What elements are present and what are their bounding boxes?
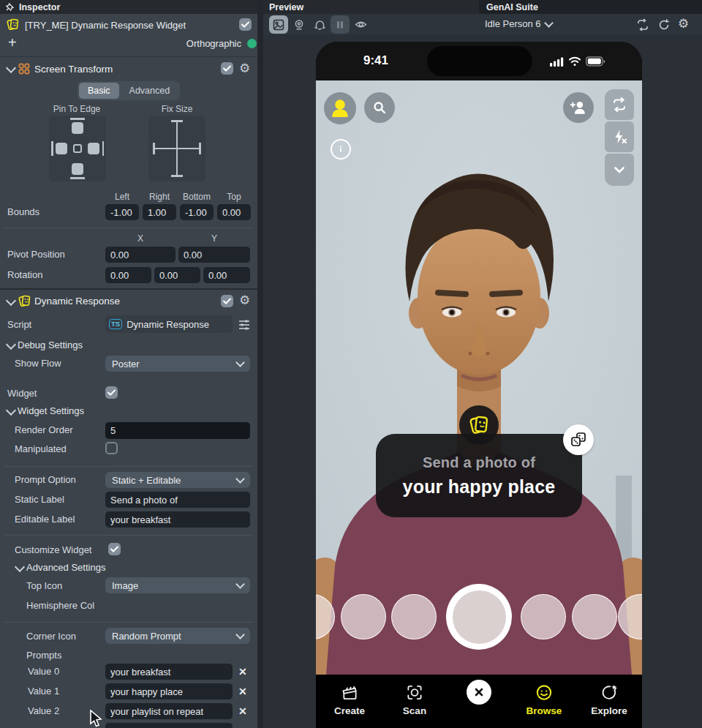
prompt-value-2-remove-icon[interactable]: ✕: [238, 706, 247, 716]
prompt-value-1-remove-icon[interactable]: ✕: [238, 686, 247, 697]
static-label-label: Static Label: [15, 494, 64, 505]
widget-settings-label: Widget Settings: [18, 405, 84, 416]
tab-genai-suite[interactable]: GenAI Suite: [479, 0, 702, 14]
dynamic-response-collapse-chevron[interactable]: [6, 296, 16, 306]
bounds-left-input[interactable]: [105, 204, 139, 220]
search-button[interactable]: [364, 92, 395, 123]
pause-button[interactable]: [331, 15, 350, 34]
script-reference-field[interactable]: TS Dynamic Response: [105, 315, 233, 333]
prompt-editable-text[interactable]: your happy place: [403, 476, 556, 498]
lens-item[interactable]: [572, 594, 617, 639]
manipulated-checkbox[interactable]: [105, 442, 118, 454]
chevron-down-icon: [611, 162, 627, 178]
rotation-label: Rotation: [7, 269, 42, 280]
dynamic-response-icon: [18, 294, 31, 308]
nav-explore[interactable]: Explore: [584, 683, 635, 716]
debug-settings-collapse-chevron[interactable]: [6, 339, 16, 350]
dynamic-response-enabled-checkbox[interactable]: [221, 295, 233, 307]
prompt-value-1-input[interactable]: [105, 683, 233, 699]
object-enabled-checkbox[interactable]: [239, 18, 252, 31]
add-component-button[interactable]: +: [8, 34, 17, 51]
visibility-button[interactable]: [351, 15, 370, 34]
preview-toolbar: Idle Person 6 ⚙: [263, 14, 702, 35]
tab-advanced[interactable]: Advanced: [121, 83, 179, 99]
render-order-input[interactable]: [105, 422, 250, 439]
widget-settings-collapse-chevron[interactable]: [6, 405, 16, 416]
show-flow-label: Show Flow: [15, 358, 61, 369]
bounds-top-input[interactable]: [217, 204, 251, 220]
advanced-settings-collapse-chevron[interactable]: [15, 562, 25, 572]
pivot-y-input[interactable]: [178, 247, 250, 263]
nav-browse[interactable]: Browse: [518, 683, 570, 716]
render-order-label: Render Order: [15, 424, 72, 435]
pin-to-edge-control[interactable]: [49, 116, 106, 181]
pivot-x-input[interactable]: [105, 247, 176, 263]
browse-smiley-icon: [535, 683, 554, 702]
flip-camera-button[interactable]: [605, 89, 634, 120]
rotation-x-input[interactable]: [105, 267, 151, 283]
lens-item[interactable]: [521, 594, 566, 639]
divider: [4, 622, 253, 623]
signal-icon: [550, 57, 565, 67]
bitmoji-avatar-icon: [329, 97, 351, 119]
top-icon-select[interactable]: Image: [105, 577, 250, 593]
prompt-widget-bubble[interactable]: Send a photo of your happy place: [376, 434, 582, 517]
show-flow-select[interactable]: Poster: [105, 356, 250, 372]
swap-device-icon[interactable]: [636, 18, 649, 31]
explore-icon: [600, 683, 619, 702]
script-properties-icon[interactable]: [238, 319, 250, 331]
add-friend-button[interactable]: [563, 92, 594, 123]
pause-icon: [335, 20, 345, 30]
screen-transform-enabled-checkbox[interactable]: [221, 62, 233, 75]
preview-settings-gear-icon[interactable]: ⚙: [678, 18, 689, 30]
prompt-option-label: Prompt Option: [15, 474, 76, 485]
rotation-y-input[interactable]: [154, 267, 200, 283]
pin-icon: [5, 2, 15, 12]
projection-label[interactable]: Orthographic: [117, 38, 241, 49]
prompt-value-3-input-partial[interactable]: [105, 723, 233, 728]
phone-bottom-nav: Create Scan Browse Explore: [316, 675, 642, 728]
random-prompt-button[interactable]: [563, 424, 594, 455]
profile-avatar[interactable]: [324, 92, 356, 124]
fix-size-control[interactable]: [148, 116, 205, 181]
axis-y-label: Y: [178, 233, 250, 244]
screen-transform-collapse-chevron[interactable]: [6, 63, 16, 73]
lens-item[interactable]: [341, 594, 386, 639]
capture-button[interactable]: [446, 584, 512, 650]
dismiss-lens-button[interactable]: [467, 680, 491, 705]
nav-browse-label: Browse: [526, 705, 562, 716]
corner-icon-select[interactable]: Random Prompt: [105, 628, 250, 644]
editable-label-input[interactable]: [105, 511, 250, 528]
preview-source-select[interactable]: Idle Person 6: [485, 18, 552, 29]
phone-statusbar: 9:41: [316, 42, 642, 80]
prompt-value-2-input[interactable]: [105, 703, 233, 719]
scene-view-button[interactable]: [269, 15, 288, 34]
flash-toggle-button[interactable]: [605, 121, 634, 152]
bounds-bottom-input[interactable]: [180, 204, 214, 220]
prompt-static-text: Send a photo of: [423, 454, 535, 471]
static-label-input[interactable]: [105, 492, 250, 508]
nav-create[interactable]: Create: [324, 683, 375, 716]
bounds-right-input[interactable]: [143, 204, 176, 220]
info-button[interactable]: [331, 139, 351, 160]
reset-preview-icon[interactable]: [657, 18, 671, 31]
dynamic-response-gear-icon[interactable]: ⚙: [239, 294, 250, 307]
screen-transform-title: Screen Transform: [34, 64, 113, 75]
eye-icon: [355, 19, 367, 30]
prompt-value-0-input[interactable]: [105, 664, 233, 680]
collapse-tools-button[interactable]: [605, 154, 634, 186]
ghost-mode-button[interactable]: [310, 15, 329, 34]
prompt-option-select[interactable]: Static + Editable: [105, 472, 250, 488]
screen-transform-gear-icon[interactable]: ⚙: [239, 62, 250, 75]
tab-basic[interactable]: Basic: [79, 83, 119, 99]
prompt-value-0-remove-icon[interactable]: ✕: [238, 667, 247, 677]
lens-item[interactable]: [391, 594, 437, 639]
rotation-z-input[interactable]: [203, 267, 250, 283]
widget-checkbox[interactable]: [105, 386, 118, 399]
webcam-preview-button[interactable]: [290, 15, 309, 34]
nav-scan[interactable]: Scan: [389, 683, 440, 716]
search-icon: [372, 100, 387, 115]
transform-mode-tabs: Basic Advanced: [78, 81, 180, 100]
prompt-option-value: Static + Editable: [112, 475, 181, 486]
customize-widget-checkbox[interactable]: [108, 543, 121, 555]
